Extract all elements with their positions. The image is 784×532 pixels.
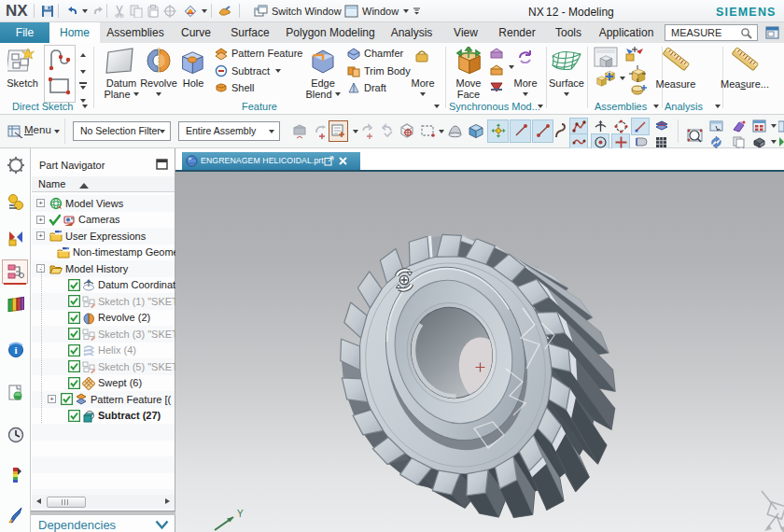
svg-text:Y: Y <box>237 509 244 519</box>
svg-text:i: i <box>14 344 17 356</box>
